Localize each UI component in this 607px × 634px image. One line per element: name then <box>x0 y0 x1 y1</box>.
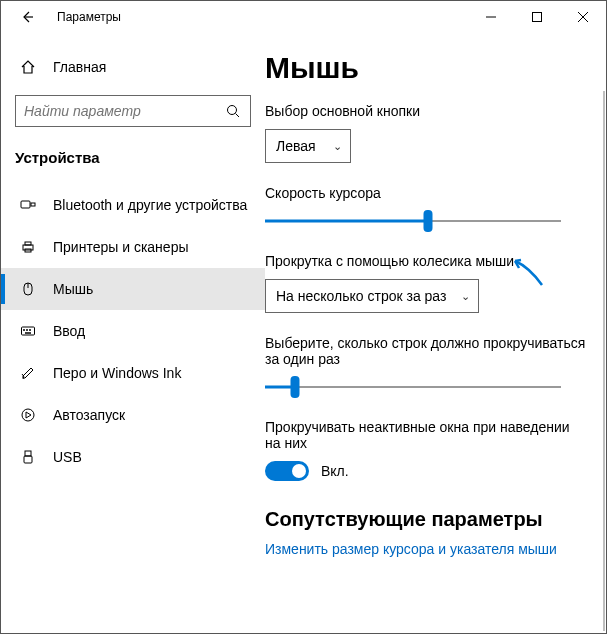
nav-label: Автозапуск <box>53 407 125 423</box>
primary-button-group: Выбор основной кнопки Левая ⌄ <box>265 103 588 163</box>
inactive-scroll-state: Вкл. <box>321 463 349 479</box>
keyboard-icon <box>19 323 37 339</box>
scroll-mode-value: На несколько строк за раз <box>276 288 446 304</box>
nav-item-usb[interactable]: USB <box>1 436 265 478</box>
inactive-scroll-toggle[interactable] <box>265 461 309 481</box>
maximize-button[interactable] <box>514 1 560 33</box>
titlebar: Параметры <box>1 1 606 33</box>
usb-icon <box>19 449 37 465</box>
printer-icon <box>19 239 37 255</box>
nav-label: Перо и Windows Ink <box>53 365 181 381</box>
svg-rect-13 <box>22 327 35 335</box>
main-panel: Мышь Выбор основной кнопки Левая ⌄ Скоро… <box>265 33 606 633</box>
chevron-down-icon: ⌄ <box>461 290 470 303</box>
nav-item-printers[interactable]: Принтеры и сканеры <box>1 226 265 268</box>
back-icon[interactable] <box>15 10 39 24</box>
nav-item-autoplay[interactable]: Автозапуск <box>1 394 265 436</box>
nav-label: USB <box>53 449 82 465</box>
nav-item-mouse[interactable]: Мышь <box>1 268 265 310</box>
svg-point-18 <box>22 409 34 421</box>
scroll-mode-select[interactable]: На несколько строк за раз ⌄ <box>265 279 479 313</box>
search-field[interactable] <box>24 103 224 119</box>
cursor-speed-slider[interactable] <box>265 211 561 231</box>
primary-button-label: Выбор основной кнопки <box>265 103 588 119</box>
svg-rect-9 <box>25 242 31 245</box>
page-title: Мышь <box>265 51 588 85</box>
nav-item-pen[interactable]: Перо и Windows Ink <box>1 352 265 394</box>
nav-item-typing[interactable]: Ввод <box>1 310 265 352</box>
svg-rect-19 <box>25 451 31 456</box>
window-controls <box>468 1 606 33</box>
sidebar: Главная Устройства Bluetooth и другие ус… <box>1 33 265 633</box>
mouse-icon <box>19 281 37 297</box>
primary-button-value: Левая <box>276 138 316 154</box>
lines-per-scroll-label: Выберите, сколько строк должно прокручив… <box>265 335 588 367</box>
search-input[interactable] <box>15 95 251 127</box>
nav-label: Ввод <box>53 323 85 339</box>
svg-rect-7 <box>31 203 35 206</box>
pen-icon <box>19 365 37 381</box>
cursor-speed-group: Скорость курсора <box>265 185 588 231</box>
inactive-scroll-label: Прокручивать неактивные окна при наведен… <box>265 419 588 451</box>
window-title: Параметры <box>57 10 468 24</box>
chevron-down-icon: ⌄ <box>333 140 342 153</box>
lines-per-scroll-group: Выберите, сколько строк должно прокручив… <box>265 335 588 397</box>
svg-rect-1 <box>533 13 542 22</box>
annotation-arrow <box>509 255 549 295</box>
minimize-button[interactable] <box>468 1 514 33</box>
svg-line-5 <box>236 114 240 118</box>
lines-per-scroll-slider[interactable] <box>265 377 561 397</box>
search-icon <box>224 104 242 118</box>
nav-label: Принтеры и сканеры <box>53 239 188 255</box>
related-link[interactable]: Изменить размер курсора и указателя мыши <box>265 541 588 557</box>
cursor-speed-label: Скорость курсора <box>265 185 588 201</box>
svg-point-4 <box>228 106 237 115</box>
nav-label: Bluetooth и другие устройства <box>53 197 247 213</box>
autoplay-icon <box>19 407 37 423</box>
home-icon <box>19 59 37 75</box>
section-title: Устройства <box>1 137 265 184</box>
primary-button-select[interactable]: Левая ⌄ <box>265 129 351 163</box>
related-heading: Сопутствующие параметры <box>265 508 588 531</box>
nav-label: Мышь <box>53 281 93 297</box>
nav-item-bluetooth[interactable]: Bluetooth и другие устройства <box>1 184 265 226</box>
inactive-scroll-group: Прокручивать неактивные окна при наведен… <box>265 419 588 484</box>
svg-rect-6 <box>21 201 30 208</box>
svg-rect-20 <box>24 456 32 463</box>
home-label: Главная <box>53 59 106 75</box>
scrollbar[interactable] <box>603 91 605 631</box>
close-button[interactable] <box>560 1 606 33</box>
home-link[interactable]: Главная <box>1 53 265 81</box>
nav-list: Bluetooth и другие устройства Принтеры и… <box>1 184 265 478</box>
bluetooth-icon <box>19 197 37 213</box>
